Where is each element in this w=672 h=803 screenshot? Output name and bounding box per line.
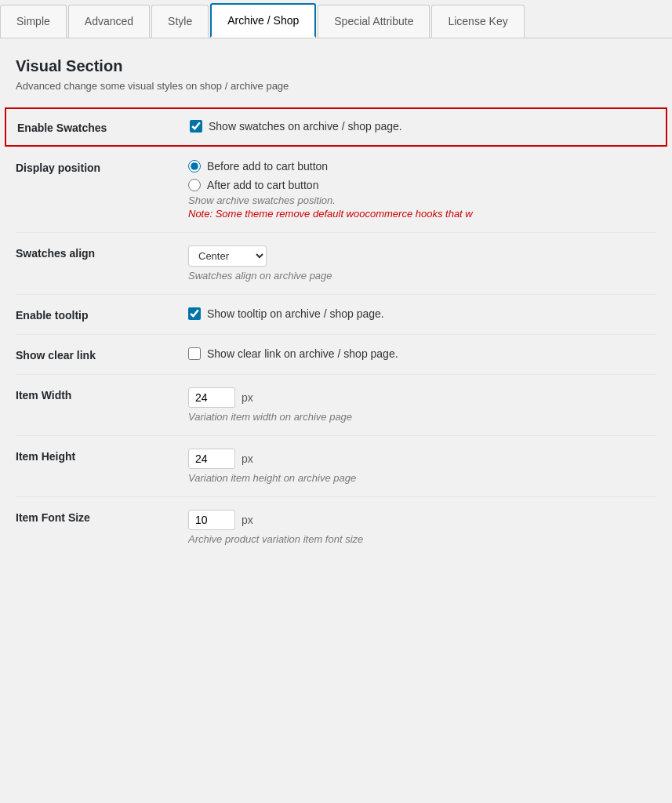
enable-swatches-control: Show swatches on archive / shop page. [190,120,655,133]
page-content: Visual Section Advanced change some visu… [0,38,672,576]
item-font-size-input[interactable] [188,510,235,530]
tab-advanced[interactable]: Advanced [68,5,150,38]
swatches-align-select[interactable]: Left Center Right [188,245,267,267]
swatches-align-description: Swatches align on archive page [188,270,656,282]
show-clear-link-checkbox[interactable] [188,347,201,360]
item-font-size-control: px Archive product variation item font s… [188,510,656,545]
display-position-label: Display position [16,160,188,174]
display-position-after-row: After add to cart button [188,179,656,191]
item-width-control: px Variation item width on archive page [188,387,656,423]
display-position-radio-group: Before add to cart button After add to c… [188,160,656,191]
display-position-before-label: Before add to cart button [207,160,328,173]
section-subtitle: Advanced change some visual styles on sh… [16,80,656,92]
swatches-align-label: Swatches align [16,245,188,260]
show-clear-link-control: Show clear link on archive / shop page. [188,347,656,360]
item-width-label: Item Width [16,387,188,402]
tab-style[interactable]: Style [151,5,209,38]
enable-swatches-description: Show swatches on archive / shop page. [209,120,402,133]
tab-license-key[interactable]: License Key [431,5,524,38]
display-position-before-radio[interactable] [188,160,201,173]
tabs-bar: Simple Advanced Style Archive / Shop Spe… [0,0,672,38]
enable-tooltip-label: Enable tooltip [16,307,188,322]
item-font-size-description: Archive product variation item font size [188,533,656,545]
display-position-control: Before add to cart button After add to c… [188,160,656,220]
enable-swatches-row: Enable Swatches Show swatches on archive… [5,107,667,147]
item-width-row: Item Width px Variation item width on ar… [16,374,656,435]
item-height-label: Item Height [16,449,188,463]
enable-swatches-label: Enable Swatches [17,120,190,134]
item-height-row: Item Height px Variation item height on … [16,435,656,496]
item-height-input[interactable] [188,449,235,469]
enable-swatches-checkbox[interactable] [190,120,202,133]
enable-tooltip-row: Enable tooltip Show tooltip on archive /… [16,294,656,334]
item-font-size-unit: px [242,514,253,526]
show-clear-link-description: Show clear link on archive / shop page. [207,347,398,360]
show-clear-link-row: Show clear link Show clear link on archi… [16,334,656,374]
display-position-after-radio[interactable] [188,179,201,191]
display-position-note: Note: Some theme remove default woocomme… [188,208,656,220]
tab-archive-shop[interactable]: Archive / Shop [210,3,316,38]
display-position-row: Display position Before add to cart butt… [16,147,656,232]
enable-tooltip-control: Show tooltip on archive / shop page. [188,307,656,320]
display-position-after-label: After add to cart button [207,179,318,191]
section-title: Visual Section [16,57,656,75]
item-height-control: px Variation item height on archive page [188,449,656,484]
item-height-unit: px [242,452,253,465]
enable-tooltip-description: Show tooltip on archive / shop page. [207,307,384,320]
enable-tooltip-checkbox[interactable] [188,307,201,320]
swatches-align-row: Swatches align Left Center Right Swatche… [16,232,656,294]
display-position-before-row: Before add to cart button [188,160,656,173]
item-width-description: Variation item width on archive page [188,411,656,423]
tab-special-attribute[interactable]: Special Attribute [318,5,430,38]
item-font-size-label: Item Font Size [16,510,188,524]
item-width-input[interactable] [188,387,235,408]
display-position-description: Show archive swatches position. [188,194,656,206]
tab-simple[interactable]: Simple [0,5,67,38]
item-height-description: Variation item height on archive page [188,472,656,484]
swatches-align-control: Left Center Right Swatches align on arch… [188,245,656,282]
item-width-unit: px [242,391,253,404]
item-font-size-row: Item Font Size px Archive product variat… [16,496,656,558]
show-clear-link-label: Show clear link [16,347,188,362]
